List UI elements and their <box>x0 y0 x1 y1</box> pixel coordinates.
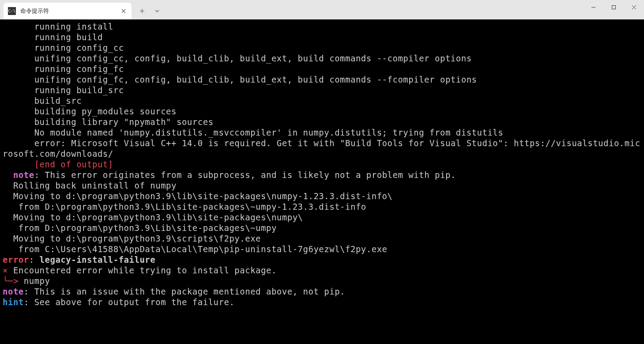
terminal-line: error: Microsoft Visual C++ 14.0 is requ… <box>3 138 641 159</box>
terminal-line: running config_cc <box>3 42 641 53</box>
terminal-line: × Encountered error while trying to inst… <box>3 265 641 276</box>
close-button[interactable] <box>624 0 644 14</box>
tab-dropdown-button[interactable] <box>151 4 163 18</box>
titlebar: C:\ 命令提示符 <box>0 0 644 19</box>
tab-title: 命令提示符 <box>20 7 120 15</box>
svg-rect-0 <box>612 5 615 9</box>
terminal-line: hint: See above for output from the fail… <box>3 297 641 307</box>
terminal-line: error: legacy-install-failure <box>3 254 641 265</box>
terminal-line: building py_modules sources <box>3 106 641 117</box>
terminal-line: Moving to d:\program\python3.9\lib\site-… <box>3 191 641 201</box>
terminal-line: ╰─> numpy <box>3 276 641 286</box>
terminal-line: unifing config_cc, config, build_clib, b… <box>3 53 641 64</box>
terminal-output[interactable]: running install running build running co… <box>0 19 644 344</box>
terminal-line: from C:\Users\41588\AppData\Local\Temp\p… <box>3 244 641 254</box>
terminal-line: build_src <box>3 95 641 106</box>
terminal-line: unifing config_fc, config, build_clib, b… <box>3 74 641 85</box>
terminal-line: building library "npymath" sources <box>3 117 641 127</box>
terminal-tab[interactable]: C:\ 命令提示符 <box>4 3 132 19</box>
terminal-line: note: This error originates from a subpr… <box>3 170 641 180</box>
window-controls <box>583 0 644 16</box>
terminal-line: Moving to d:\program\python3.9\lib\site-… <box>3 212 641 223</box>
terminal-line: running install <box>3 21 641 32</box>
tab-close-button[interactable] <box>120 8 127 15</box>
cmd-icon: C:\ <box>8 7 16 15</box>
terminal-line: [end of output] <box>3 159 641 170</box>
maximize-button[interactable] <box>603 0 624 14</box>
terminal-line: running build_src <box>3 85 641 95</box>
terminal-line: Moving to d:\program\python3.9\scripts\f… <box>3 233 641 244</box>
terminal-line: note: This is an issue with the package … <box>3 286 641 297</box>
terminal-line: from D:\program\python3.9\Lib\site-packa… <box>3 223 641 233</box>
new-tab-button[interactable] <box>135 4 149 18</box>
terminal-line: from D:\program\python3.9\Lib\site-packa… <box>3 201 641 212</box>
minimize-button[interactable] <box>583 0 603 14</box>
terminal-line: running config_fc <box>3 64 641 74</box>
terminal-line: Rolling back uninstall of numpy <box>3 180 641 191</box>
terminal-line: running build <box>3 32 641 42</box>
terminal-line: No module named 'numpy.distutils._msvcco… <box>3 127 641 138</box>
